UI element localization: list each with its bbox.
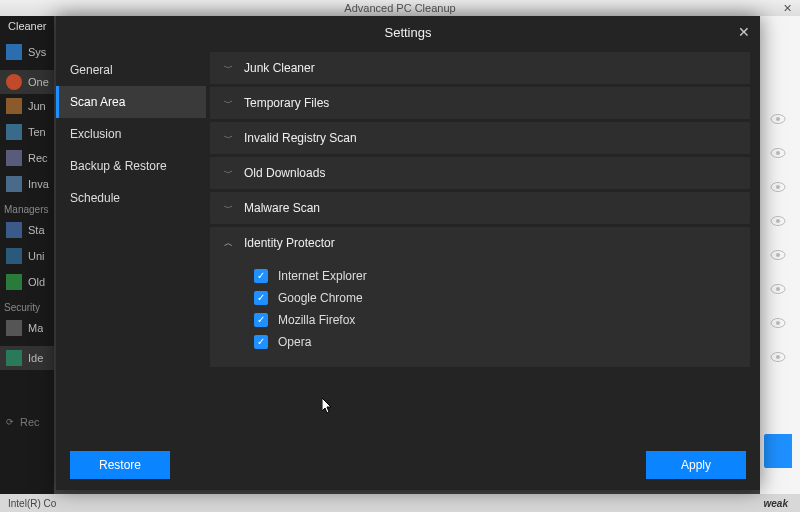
modal-footer: Restore Apply <box>56 440 760 490</box>
checkbox-label: Opera <box>278 335 311 349</box>
rail-item[interactable]: Sta <box>6 222 45 238</box>
sidebar-item-general[interactable]: General <box>56 54 206 86</box>
section-temporary-files: ﹀ Temporary Files <box>210 87 750 119</box>
window-title: Advanced PC Cleanup <box>344 2 455 14</box>
section-header[interactable]: ﹀ Old Downloads <box>210 157 750 189</box>
section-label: Invalid Registry Scan <box>244 131 357 145</box>
rail-item[interactable]: Sys <box>6 44 46 60</box>
eye-icon[interactable] <box>770 314 786 324</box>
sidebar-item-exclusion[interactable]: Exclusion <box>56 118 206 150</box>
settings-sidebar: General Scan Area Exclusion Backup & Res… <box>56 48 206 440</box>
restore-button[interactable]: Restore <box>70 451 170 479</box>
app-right-rail <box>760 16 800 494</box>
rail-category: Managers <box>4 204 48 215</box>
checkbox-checked-icon[interactable]: ✓ <box>254 291 268 305</box>
svg-point-7 <box>776 219 780 223</box>
sidebar-item-backup-restore[interactable]: Backup & Restore <box>56 150 206 182</box>
chevron-down-icon: ﹀ <box>224 132 234 145</box>
section-invalid-registry: ﹀ Invalid Registry Scan <box>210 122 750 154</box>
section-label: Malware Scan <box>244 201 320 215</box>
chevron-down-icon: ﹀ <box>224 62 234 75</box>
modal-header: Settings ✕ <box>56 16 760 48</box>
rail-item[interactable]: Ide <box>0 346 54 370</box>
checkbox-label: Google Chrome <box>278 291 363 305</box>
section-label: Junk Cleaner <box>244 61 315 75</box>
section-header[interactable]: ︿ Identity Protector <box>210 227 750 259</box>
eye-icon[interactable] <box>770 246 786 256</box>
sidebar-item-schedule[interactable]: Schedule <box>56 182 206 214</box>
status-logo: weak <box>764 498 800 509</box>
rail-item[interactable]: Ma <box>6 320 43 336</box>
eye-icon[interactable] <box>770 144 786 154</box>
sidebar-item-scan-area[interactable]: Scan Area <box>56 86 206 118</box>
app-left-rail: Cleaner Sys One Jun Ten Rec Inva Manager… <box>0 16 54 494</box>
svg-point-9 <box>776 253 780 257</box>
eye-icon[interactable] <box>770 178 786 188</box>
section-malware-scan: ﹀ Malware Scan <box>210 192 750 224</box>
rail-recent[interactable]: ⟳Rec <box>6 416 40 428</box>
section-label: Old Downloads <box>244 166 325 180</box>
modal-title: Settings <box>385 25 432 40</box>
chevron-down-icon: ﹀ <box>224 97 234 110</box>
section-identity-protector: ︿ Identity Protector ✓ Internet Explorer… <box>210 227 750 367</box>
rail-item[interactable]: Rec <box>6 150 48 166</box>
eye-icon[interactable] <box>770 280 786 290</box>
rail-item[interactable]: One <box>0 70 54 94</box>
svg-point-3 <box>776 151 780 155</box>
section-label: Temporary Files <box>244 96 329 110</box>
checkbox-checked-icon[interactable]: ✓ <box>254 269 268 283</box>
eye-icon[interactable] <box>770 110 786 120</box>
svg-point-1 <box>776 117 780 121</box>
checkbox-row[interactable]: ✓ Google Chrome <box>254 287 736 309</box>
section-body: ✓ Internet Explorer ✓ Google Chrome ✓ Mo… <box>210 259 750 367</box>
section-junk-cleaner: ﹀ Junk Cleaner <box>210 52 750 84</box>
rail-item[interactable]: Ten <box>6 124 46 140</box>
section-header[interactable]: ﹀ Temporary Files <box>210 87 750 119</box>
checkbox-checked-icon[interactable]: ✓ <box>254 335 268 349</box>
checkbox-label: Internet Explorer <box>278 269 367 283</box>
close-icon[interactable]: ✕ <box>738 24 750 40</box>
settings-content: ﹀ Junk Cleaner ﹀ Temporary Files ﹀ Inval… <box>206 48 760 440</box>
eye-icon[interactable] <box>770 348 786 358</box>
settings-modal: Settings ✕ General Scan Area Exclusion B… <box>56 16 760 490</box>
svg-point-11 <box>776 287 780 291</box>
section-label: Identity Protector <box>244 236 335 250</box>
svg-point-13 <box>776 321 780 325</box>
rail-item[interactable]: Uni <box>6 248 45 264</box>
apply-button[interactable]: Apply <box>646 451 746 479</box>
section-old-downloads: ﹀ Old Downloads <box>210 157 750 189</box>
checkbox-row[interactable]: ✓ Internet Explorer <box>254 265 736 287</box>
chevron-down-icon: ﹀ <box>224 167 234 180</box>
checkbox-label: Mozilla Firefox <box>278 313 355 327</box>
status-left: Intel(R) Co <box>8 498 56 509</box>
chevron-up-icon: ︿ <box>224 237 234 250</box>
svg-point-5 <box>776 185 780 189</box>
window-titlebar: Advanced PC Cleanup ✕ <box>0 0 800 16</box>
checkbox-row[interactable]: ✓ Opera <box>254 331 736 353</box>
checkbox-row[interactable]: ✓ Mozilla Firefox <box>254 309 736 331</box>
rail-item[interactable]: Inva <box>6 176 49 192</box>
rail-item[interactable]: Old <box>6 274 45 290</box>
eye-icon[interactable] <box>770 212 786 222</box>
section-header[interactable]: ﹀ Malware Scan <box>210 192 750 224</box>
section-header[interactable]: ﹀ Invalid Registry Scan <box>210 122 750 154</box>
section-header[interactable]: ﹀ Junk Cleaner <box>210 52 750 84</box>
background-button-edge <box>764 434 792 468</box>
window-close-icon[interactable]: ✕ <box>783 2 792 15</box>
chevron-down-icon: ﹀ <box>224 202 234 215</box>
status-bar: Intel(R) Co weak <box>0 494 800 512</box>
cleaner-tab[interactable]: Cleaner <box>0 16 54 32</box>
checkbox-checked-icon[interactable]: ✓ <box>254 313 268 327</box>
rail-category: Security <box>4 302 40 313</box>
svg-point-15 <box>776 355 780 359</box>
rail-item[interactable]: Jun <box>6 98 46 114</box>
